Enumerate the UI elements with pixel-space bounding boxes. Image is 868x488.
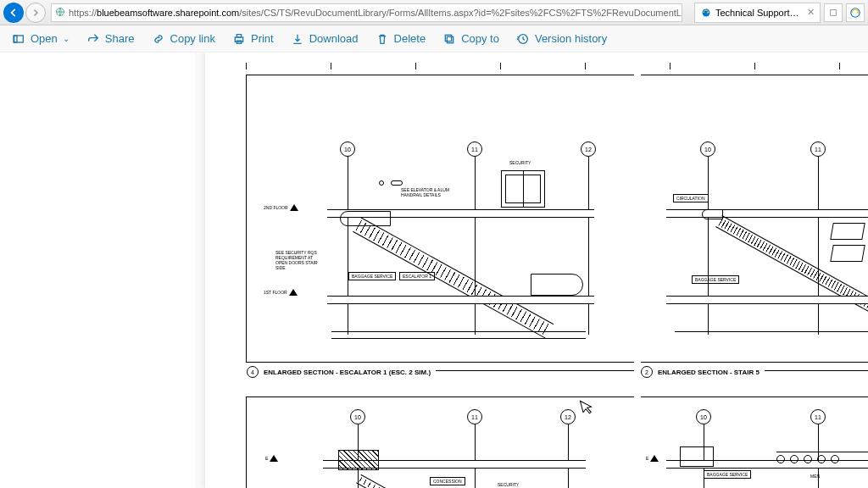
print-button[interactable]: Print bbox=[232, 32, 274, 46]
browser-chrome: https://bluebeamsoftware.sharepoint.com/… bbox=[0, 0, 868, 25]
chevron-down-icon: ⌄ bbox=[63, 34, 70, 43]
grid-bubble: 11 bbox=[810, 141, 826, 157]
share-label: Share bbox=[105, 32, 135, 45]
ie-favicon-icon bbox=[700, 7, 712, 19]
ie-logo-button[interactable] bbox=[846, 3, 865, 22]
document-viewport[interactable]: 10 11 12 SECURITY bbox=[0, 53, 868, 488]
svg-rect-2 bbox=[831, 9, 837, 15]
new-tab-button[interactable] bbox=[824, 3, 843, 22]
share-button[interactable]: Share bbox=[86, 32, 135, 46]
url-prefix: https:// bbox=[69, 8, 97, 18]
version-history-button[interactable]: Version history bbox=[516, 32, 607, 46]
open-label: Open bbox=[31, 32, 58, 45]
browser-tab[interactable]: Technical Support - A6.06 - ... ✕ bbox=[694, 3, 821, 23]
copy-to-button[interactable]: Copy to bbox=[442, 32, 499, 46]
door-elevation bbox=[501, 170, 545, 208]
svg-rect-4 bbox=[14, 36, 24, 42]
detail-number-badge: 2 bbox=[641, 366, 653, 378]
delete-label: Delete bbox=[394, 32, 426, 45]
grid-bubble: 11 bbox=[810, 409, 826, 424]
copy-link-button[interactable]: Copy link bbox=[152, 32, 215, 46]
globe-icon bbox=[55, 7, 65, 19]
back-button[interactable] bbox=[3, 3, 24, 23]
tab-title: Technical Support - A6.06 - ... bbox=[715, 8, 800, 18]
tab-area: Technical Support - A6.06 - ... ✕ bbox=[694, 3, 865, 23]
panel-title: ENLARGED SECTION - ESCALATOR 1 (ESC. 2 S… bbox=[264, 369, 431, 376]
ruler-ticks bbox=[246, 63, 868, 69]
grid-bubble: 12 bbox=[560, 409, 576, 424]
delete-button[interactable]: Delete bbox=[376, 32, 426, 46]
svg-rect-10 bbox=[445, 35, 451, 41]
url-path: /sites/CS/TS/RevuDocumentLibrary/Forms/A… bbox=[239, 8, 682, 18]
sharepoint-toolbar: Open ⌄ Share Copy link Print Download De… bbox=[0, 25, 868, 53]
grid-bubble: 12 bbox=[581, 141, 596, 157]
drawing-panel-1: 10 11 12 SECURITY bbox=[246, 75, 634, 363]
download-label: Download bbox=[309, 32, 359, 45]
grid-bubble: 10 bbox=[696, 409, 711, 424]
panel-title: ENLARGED SECTION - STAIR 5 bbox=[658, 369, 760, 376]
grid-bubble: 10 bbox=[340, 141, 355, 157]
grid-bubble: 10 bbox=[700, 141, 715, 157]
copy-link-label: Copy link bbox=[170, 32, 215, 45]
version-history-label: Version history bbox=[535, 32, 607, 45]
grid-bubble: 10 bbox=[350, 409, 365, 424]
url-bar[interactable]: https://bluebeamsoftware.sharepoint.com/… bbox=[51, 3, 682, 22]
copy-to-label: Copy to bbox=[461, 32, 499, 45]
print-label: Print bbox=[251, 32, 274, 45]
svg-rect-5 bbox=[14, 36, 17, 42]
forward-button[interactable] bbox=[25, 3, 46, 23]
download-button[interactable]: Download bbox=[291, 32, 359, 46]
detail-number-badge: 4 bbox=[247, 366, 259, 378]
drawing-sheet: 10 11 12 SECURITY bbox=[205, 53, 868, 488]
url-domain: bluebeamsoftware.sharepoint.com bbox=[97, 8, 239, 18]
grid-bubble: 11 bbox=[467, 409, 482, 424]
drawing-panel-2: 10 11 CIRCULATION BAGGAGE SERVICE bbox=[641, 75, 868, 363]
tab-close-icon[interactable]: ✕ bbox=[807, 7, 815, 18]
svg-rect-7 bbox=[236, 34, 241, 36]
grid-bubble: 11 bbox=[467, 141, 482, 157]
drawing-panel-3: 10 11 12 E CONCESSION ESCALATOR bbox=[246, 396, 634, 488]
drawing-panel-4: 10 11 E BAGGAGE SERVICE bbox=[641, 396, 868, 488]
open-button[interactable]: Open ⌄ bbox=[12, 32, 70, 46]
svg-rect-9 bbox=[447, 36, 453, 42]
